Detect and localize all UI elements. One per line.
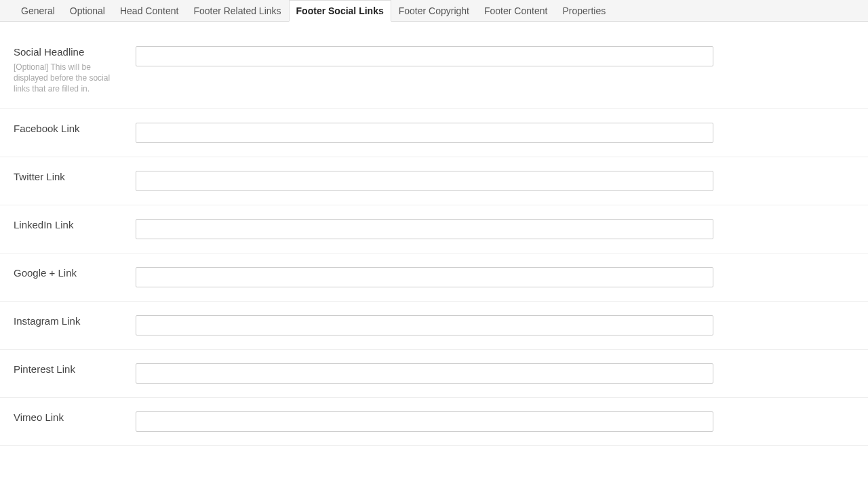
tab-footer-social-links[interactable]: Footer Social Links <box>289 0 391 22</box>
field-facebook: Facebook Link <box>0 109 868 157</box>
field-pinterest: Pinterest Link <box>0 350 868 398</box>
field-linkedin: LinkedIn Link <box>0 205 868 253</box>
label-social-headline: Social Headline <box>14 46 125 58</box>
tab-footer-copyright[interactable]: Footer Copyright <box>391 0 477 21</box>
tab-general[interactable]: General <box>14 0 62 21</box>
input-social-headline[interactable] <box>136 46 713 66</box>
label-googleplus: Google + Link <box>14 267 125 279</box>
label-twitter: Twitter Link <box>14 171 125 182</box>
field-vimeo: Vimeo Link <box>0 398 868 446</box>
input-instagram[interactable] <box>136 315 713 336</box>
label-facebook: Facebook Link <box>14 123 125 134</box>
tab-optional[interactable]: Optional <box>62 0 113 21</box>
input-vimeo[interactable] <box>136 411 713 432</box>
form-section: Social Headline [Optional] This will be … <box>0 22 868 446</box>
tab-properties[interactable]: Properties <box>555 0 613 21</box>
label-vimeo: Vimeo Link <box>14 411 125 423</box>
label-pinterest: Pinterest Link <box>14 363 125 375</box>
tab-head-content[interactable]: Head Content <box>113 0 186 21</box>
tab-footer-related-links[interactable]: Footer Related Links <box>186 0 288 21</box>
tab-footer-content[interactable]: Footer Content <box>477 0 555 21</box>
field-googleplus: Google + Link <box>0 253 868 302</box>
input-twitter[interactable] <box>136 171 713 191</box>
label-linkedin: LinkedIn Link <box>14 219 125 230</box>
tab-bar: General Optional Head Content Footer Rel… <box>0 0 868 22</box>
field-twitter: Twitter Link <box>0 157 868 205</box>
input-facebook[interactable] <box>136 123 713 143</box>
label-instagram: Instagram Link <box>14 315 125 327</box>
field-social-headline: Social Headline [Optional] This will be … <box>0 35 868 109</box>
input-googleplus[interactable] <box>136 267 713 287</box>
input-pinterest[interactable] <box>136 363 713 384</box>
help-social-headline: [Optional] This will be displayed before… <box>14 62 125 95</box>
field-instagram: Instagram Link <box>0 302 868 350</box>
input-linkedin[interactable] <box>136 219 713 239</box>
